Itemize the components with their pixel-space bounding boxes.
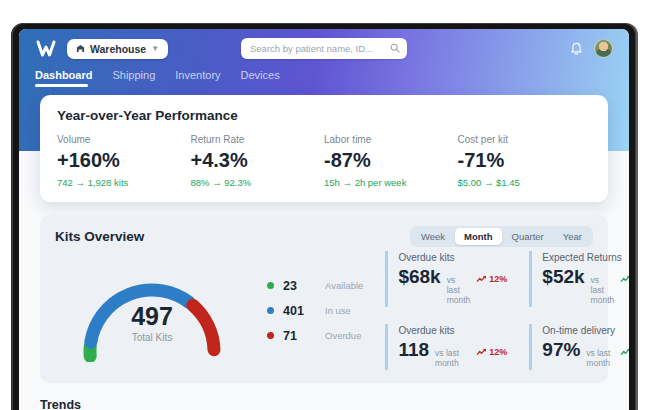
legend-dot (267, 307, 274, 314)
user-avatar[interactable] (594, 39, 613, 58)
legend-item-in-use: 401 In use (267, 304, 363, 318)
stat-expected-returns: Expected Returns $52k vs last month 8% (529, 251, 629, 307)
stat-overdue-kits-value: Overdue kits $68k vs last month 12% (385, 251, 507, 307)
legend-dot (267, 282, 274, 289)
main-content: Year-over-Year Performance Volume +160% … (19, 95, 629, 410)
tab-inventory[interactable]: Inventory (175, 69, 220, 87)
search-icon (390, 43, 400, 53)
trend-up-icon (476, 348, 487, 356)
metric-cost-per-kit: Cost per kit -71% $5.00 → $1.45 (458, 134, 592, 188)
trend-up-icon (620, 275, 629, 283)
primary-nav: Dashboard Shipping Inventory Devices (35, 69, 613, 87)
warehouse-icon (76, 44, 85, 53)
period-week[interactable]: Week (412, 228, 454, 245)
stat-value: $68k (398, 267, 440, 286)
legend-item-available: 23 Available (267, 279, 363, 293)
trend-up-icon (620, 348, 629, 356)
yoy-performance-card: Year-over-Year Performance Volume +160% … (40, 95, 608, 202)
stat-vs-label: vs last month (591, 275, 615, 305)
metric-value: +160% (57, 149, 191, 172)
notifications-button[interactable] (570, 42, 583, 56)
gauge-total-label: Total Kits (63, 332, 241, 343)
gauge-legend: 23 Available 401 In use 71 Overdue (267, 279, 363, 343)
metric-sub: 742 → 1,928 kits (57, 177, 191, 188)
metric-volume: Volume +160% 742 → 1,928 kits (57, 134, 191, 188)
kits-stats-grid: Overdue kits $68k vs last month 12% (385, 251, 629, 370)
workspace-label: Warehouse (90, 43, 146, 55)
search (241, 38, 407, 59)
legend-item-overdue: 71 Overdue (267, 329, 363, 343)
stat-value: $52k (542, 267, 584, 286)
kits-overview-card: Kits Overview Week Month Quarter Year 49… (40, 215, 608, 383)
yoy-metrics: Volume +160% 742 → 1,928 kits Return Rat… (57, 134, 591, 188)
stat-vs-label: vs last month (586, 348, 614, 368)
app-screen: Warehouse ▼ (19, 29, 629, 410)
stat-trend: 8% (620, 274, 629, 284)
trend-up-icon (476, 275, 487, 283)
metric-label: Cost per kit (458, 134, 592, 145)
kits-card-title: Kits Overview (55, 229, 144, 244)
stat-value: 118 (398, 340, 429, 359)
trends-heading: Trends (40, 398, 608, 410)
stat-overdue-kits-count: Overdue kits 118 vs last month 12% (385, 324, 507, 370)
stat-trend: 5% (620, 347, 629, 357)
metric-sub: $5.00 → $1.45 (458, 177, 592, 188)
topbar: Warehouse ▼ (35, 38, 613, 59)
period-year[interactable]: Year (554, 228, 591, 245)
legend-label: Available (325, 280, 363, 291)
metric-labor-time: Labor time -87% 15h → 2h per week (324, 134, 458, 188)
yoy-card-title: Year-over-Year Performance (57, 108, 591, 123)
stat-on-time-delivery: On-time delivery 97% vs last month 5% (529, 324, 629, 370)
period-quarter[interactable]: Quarter (503, 228, 553, 245)
legend-value: 401 (283, 304, 315, 318)
legend-value: 23 (283, 279, 315, 293)
period-month[interactable]: Month (455, 228, 502, 245)
legend-dot (267, 332, 274, 339)
stat-trend: 12% (476, 274, 507, 284)
brand-logo-icon (35, 40, 57, 58)
legend-label: Overdue (325, 330, 361, 341)
device-frame: Warehouse ▼ (12, 23, 636, 410)
stat-vs-label: vs last month (447, 275, 471, 305)
tab-devices[interactable]: Devices (241, 69, 280, 87)
kits-gauge-chart: 497 Total Kits (63, 260, 241, 362)
legend-value: 71 (283, 329, 315, 343)
metric-label: Return Rate (191, 134, 325, 145)
metric-value: -87% (324, 149, 458, 172)
metric-sub: 88% → 92.3% (191, 177, 325, 188)
metric-label: Volume (57, 134, 191, 145)
gauge-total: 497 (63, 304, 241, 329)
metric-sub: 15h → 2h per week (324, 177, 458, 188)
warehouse-switcher-button[interactable]: Warehouse ▼ (67, 39, 168, 59)
metric-value: +4.3% (191, 149, 325, 172)
stat-trend: 12% (476, 347, 507, 357)
metric-return-rate: Return Rate +4.3% 88% → 92.3% (191, 134, 325, 188)
tab-shipping[interactable]: Shipping (112, 69, 155, 87)
metric-label: Labor time (324, 134, 458, 145)
search-input[interactable] (241, 38, 407, 59)
stat-vs-label: vs last month (435, 348, 470, 368)
period-segmented-control: Week Month Quarter Year (410, 226, 593, 247)
stat-value: 97% (542, 340, 580, 359)
bell-icon (570, 42, 583, 56)
tab-dashboard[interactable]: Dashboard (35, 69, 92, 87)
legend-label: In use (325, 305, 351, 316)
chevron-down-icon: ▼ (151, 45, 159, 53)
metric-value: -71% (458, 149, 592, 172)
